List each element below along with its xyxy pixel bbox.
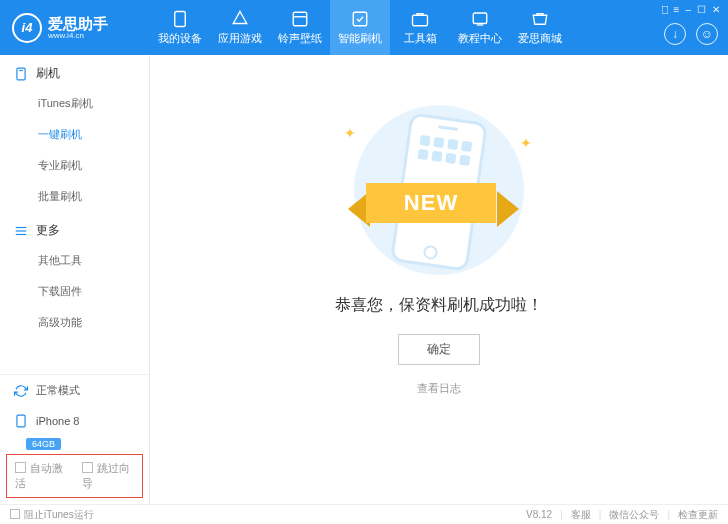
status-bar: 阻止iTunes运行 V8.12 | 客服 | 微信公众号 | 检查更新 (0, 504, 728, 524)
user-button[interactable]: ☺ (696, 23, 718, 45)
refresh-icon (14, 384, 28, 398)
skip-wizard-checkbox[interactable]: 跳过向导 (82, 461, 135, 491)
app-name: 爱思助手 (48, 16, 108, 31)
sidebar-item[interactable]: 批量刷机 (0, 181, 149, 212)
sidebar-item[interactable]: 专业刷机 (0, 150, 149, 181)
device-info[interactable]: iPhone 8 (0, 406, 149, 436)
tab-icon (530, 10, 550, 28)
tab-4[interactable]: 工具箱 (390, 0, 450, 55)
sidebar-section-1: 更多 (0, 212, 149, 245)
tab-2[interactable]: 铃声壁纸 (270, 0, 330, 55)
device-mode[interactable]: 正常模式 (0, 375, 149, 406)
win-control-1[interactable]: ≡ (674, 4, 680, 15)
new-banner: NEW (366, 183, 496, 223)
svg-rect-3 (413, 15, 428, 26)
win-control-3[interactable]: ☐ (697, 4, 706, 15)
svg-rect-4 (473, 13, 487, 24)
window-controls: ⎕≡–☐✕ (662, 4, 720, 15)
phone-icon (14, 414, 28, 428)
svg-rect-5 (17, 68, 25, 80)
auto-activate-checkbox[interactable]: 自动激活 (15, 461, 68, 491)
block-itunes-checkbox[interactable]: 阻止iTunes运行 (10, 508, 94, 522)
logo: i4 爱思助手 www.i4.cn (0, 13, 150, 43)
app-url: www.i4.cn (48, 31, 108, 40)
tab-icon (350, 10, 370, 28)
tab-5[interactable]: 教程中心 (450, 0, 510, 55)
main-tabs: 我的设备应用游戏铃声壁纸智能刷机工具箱教程中心爱思商城 (150, 0, 570, 55)
svg-rect-2 (353, 12, 367, 26)
tab-icon (230, 10, 250, 28)
win-control-4[interactable]: ✕ (712, 4, 720, 15)
sidebar-item[interactable]: 下载固件 (0, 276, 149, 307)
tab-icon (290, 10, 310, 28)
section-icon (14, 224, 28, 238)
download-button[interactable]: ↓ (664, 23, 686, 45)
update-link[interactable]: 检查更新 (678, 508, 718, 522)
tab-6[interactable]: 爱思商城 (510, 0, 570, 55)
tab-1[interactable]: 应用游戏 (210, 0, 270, 55)
main-content: ✦✦ NEW 恭喜您，保资料刷机成功啦！ 确定 查看日志 (150, 55, 728, 504)
tab-3[interactable]: 智能刷机 (330, 0, 390, 55)
flash-options: 自动激活 跳过向导 (6, 454, 143, 498)
device-name: iPhone 8 (36, 415, 79, 427)
view-log-link[interactable]: 查看日志 (417, 381, 461, 396)
app-header: i4 爱思助手 www.i4.cn 我的设备应用游戏铃声壁纸智能刷机工具箱教程中… (0, 0, 728, 55)
success-message: 恭喜您，保资料刷机成功啦！ (335, 295, 543, 316)
svg-rect-10 (17, 415, 25, 427)
win-control-2[interactable]: – (685, 4, 691, 15)
wechat-link[interactable]: 微信公众号 (609, 508, 659, 522)
svg-rect-0 (175, 11, 186, 26)
win-control-0[interactable]: ⎕ (662, 4, 668, 15)
sidebar: 刷机iTunes刷机一键刷机专业刷机批量刷机更多其他工具下载固件高级功能 正常模… (0, 55, 150, 504)
storage-badge: 64GB (26, 438, 61, 450)
tab-icon (470, 10, 490, 28)
sidebar-item[interactable]: iTunes刷机 (0, 88, 149, 119)
mode-label: 正常模式 (36, 383, 80, 398)
tab-icon (410, 10, 430, 28)
section-icon (14, 67, 28, 81)
sidebar-item[interactable]: 一键刷机 (0, 119, 149, 150)
sidebar-section-0: 刷机 (0, 55, 149, 88)
logo-icon: i4 (12, 13, 42, 43)
support-link[interactable]: 客服 (571, 508, 591, 522)
version-label: V8.12 (526, 509, 552, 520)
success-illustration: ✦✦ NEW (334, 105, 544, 275)
tab-0[interactable]: 我的设备 (150, 0, 210, 55)
sidebar-item[interactable]: 高级功能 (0, 307, 149, 338)
tab-icon (170, 10, 190, 28)
svg-rect-1 (293, 12, 307, 26)
sidebar-item[interactable]: 其他工具 (0, 245, 149, 276)
ok-button[interactable]: 确定 (398, 334, 480, 365)
